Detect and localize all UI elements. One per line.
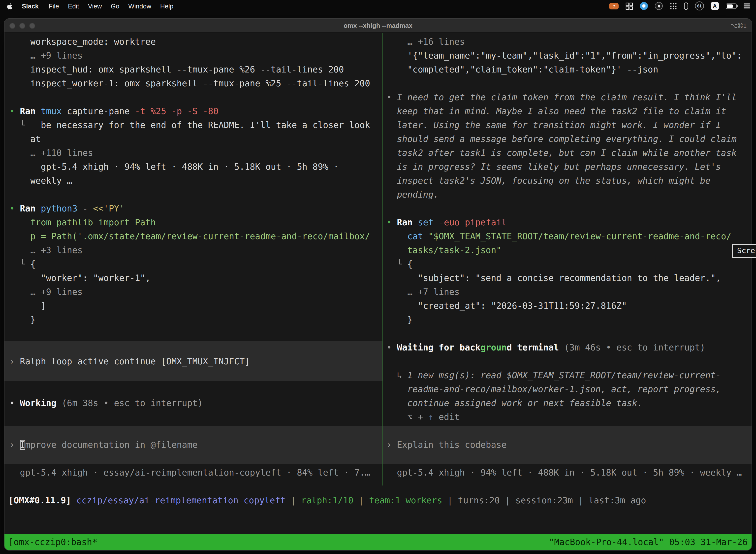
menu-item-go[interactable]: Go <box>107 2 124 10</box>
composer-input[interactable]: › Improve documentation in @filename <box>4 426 382 464</box>
terminal-line: … +16 lines <box>383 35 752 49</box>
blank-line <box>4 90 382 104</box>
zoom-button[interactable] <box>29 22 35 29</box>
text-segment: at <box>9 134 41 144</box>
screen-share-tooltip: Scre <box>732 244 756 258</box>
text-segment: -euo pipefail <box>439 217 507 227</box>
tmux-pane-right[interactable]: … +16 lines '{"team_name":"my-team","tas… <box>383 35 752 486</box>
key-icon[interactable] <box>684 2 688 10</box>
text-segment: | <box>573 495 588 505</box>
menu-item-help[interactable]: Help <box>156 2 178 10</box>
text-segment: … +9 lines <box>9 51 82 61</box>
text-segment: • <box>386 342 397 352</box>
text-segment: "completed","claim_token":"claim-token"}… <box>386 64 658 74</box>
text-segment: gpt-5.4 xhigh · 94% left · 488K in · 5.1… <box>386 467 742 478</box>
text-segment: [OMX#0.11.9] <box>8 495 71 505</box>
list-icon[interactable] <box>744 3 750 8</box>
blank-line <box>383 354 752 368</box>
tmux-status-bar: [omx-cczip0:bash* "MacBook-Pro-44.local"… <box>4 534 752 550</box>
menu-item-window[interactable]: Window <box>124 2 156 10</box>
text-segment: › <box>386 440 397 450</box>
text-segment: d terminal <box>507 342 564 352</box>
text-segment: … +7 lines <box>386 287 460 297</box>
terminal-line: • I need to get the claim token from the… <box>383 90 752 104</box>
terminal-content: workspace_mode: worktree … +9 lines insp… <box>4 33 752 486</box>
app-icon-blue[interactable] <box>640 2 648 10</box>
desktop: Slack FileEditViewGoWindowHelp 61 A <box>0 0 756 554</box>
text-segment: • <box>9 204 20 214</box>
menu-items: FileEditViewGoWindowHelp <box>44 2 178 10</box>
apple-menu-icon[interactable] <box>6 2 13 10</box>
text-segment: be necessary for the end of the README. … <box>41 120 370 130</box>
terminal-line: └ be necessary for the end of the README… <box>4 118 382 132</box>
tmux-session-label: [omx-cczip0:bash* <box>8 537 97 547</box>
text-segment: continue assigned work or next feasible … <box>386 398 643 408</box>
menu-item-view[interactable]: View <box>83 2 107 10</box>
menu-item-edit[interactable]: Edit <box>63 2 83 10</box>
battery-percent-icon[interactable]: 61 <box>695 1 704 10</box>
text-segment: I need to get the claim token from the c… <box>397 92 737 102</box>
terminal-line: • Ran python3 - <<'PY' <box>4 202 382 215</box>
text-segment: gpt-5.4 xhigh · essay/ai-reimplementatio… <box>9 467 370 478</box>
terminal-line: inspect task2's JSON, focusing on the st… <box>383 174 752 188</box>
terminal-line: readme-and-reco/mailbox/worker-1.json, a… <box>383 382 752 396</box>
text-segment: pending. <box>386 189 439 200</box>
text-segment: "subject": "send a concise recommendatio… <box>386 273 721 283</box>
terminal-line: "subject": "send a concise recommendatio… <box>383 271 752 285</box>
text-segment: Waiting for back <box>397 342 481 352</box>
blank-line <box>383 202 752 215</box>
tmux-pane-left[interactable]: workspace_mode: worktree … +9 lines insp… <box>4 35 382 486</box>
terminal-line: later. Using the same for transition mig… <box>383 118 752 132</box>
screen-recording-icon[interactable] <box>609 3 619 9</box>
terminal-line: └ { <box>4 257 382 271</box>
text-segment: … +3 lines <box>9 245 82 255</box>
window-title: omx --xhigh --madmax <box>4 22 752 29</box>
terminal-line: • Ran set -euo pipefail <box>383 215 752 229</box>
text-segment: tasks/task-2.json" <box>386 245 502 255</box>
minimize-button[interactable] <box>19 22 25 29</box>
terminal-line: should send a message before completing … <box>383 132 752 146</box>
blank-line <box>383 76 752 90</box>
record-dot-icon <box>613 5 615 7</box>
ralph-loop-message[interactable]: › Ralph loop active continue [OMX_TMUX_I… <box>4 341 382 381</box>
window-title-bar[interactable]: omx --xhigh --madmax ⌥⌘1 <box>4 19 752 33</box>
text-segment: › <box>9 440 20 450</box>
text-segment: | <box>286 495 301 505</box>
terminal-line: … +9 lines <box>4 285 382 299</box>
app-menu-slack[interactable]: Slack <box>17 2 43 10</box>
text-segment: python3 <box>41 204 82 214</box>
app-icon-dark[interactable] <box>655 2 663 10</box>
close-button[interactable] <box>9 22 15 29</box>
terminal-line: └ { <box>383 257 752 271</box>
assistant-a-icon[interactable]: A <box>711 2 719 10</box>
blank-line <box>4 327 382 341</box>
input-line: › Explain this codebase <box>383 438 752 452</box>
terminal-line: at <box>4 132 382 146</box>
text-segment: └ <box>9 259 30 269</box>
working-status-line: • Working (6m 38s • esc to interrupt) <box>4 396 382 410</box>
battery-icon[interactable] <box>726 3 737 9</box>
text-segment: from pathlib import Path <box>9 217 156 227</box>
text-segment: -t %25 -p -S -80 <box>135 106 218 116</box>
blank-line <box>383 464 752 466</box>
text-segment: • <box>386 217 397 227</box>
text-segment: • <box>9 398 20 408</box>
text-segment: } <box>9 315 36 325</box>
terminal-line: pending. <box>383 188 752 202</box>
traffic-lights <box>4 22 35 29</box>
text-segment: <<'PY' <box>93 204 124 214</box>
text-segment: | <box>354 495 369 505</box>
dots-grid-icon[interactable] <box>670 2 677 10</box>
blank-line <box>4 464 382 466</box>
menu-item-file[interactable]: File <box>44 2 63 10</box>
terminal-line: inspect_worker-1: omx sparkshell --tmux-… <box>4 76 382 90</box>
grid-icon[interactable] <box>626 2 633 10</box>
pane-footer: gpt-5.4 xhigh · 94% left · 488K in · 5.1… <box>383 466 752 480</box>
text-segment: … +9 lines <box>9 287 82 297</box>
composer-input[interactable]: › Explain this codebase <box>383 426 752 464</box>
text-segment: inspect_worker-1: omx sparkshell --tmux-… <box>9 78 370 88</box>
text-segment: (3m 46s • esc to interrupt) <box>564 342 705 352</box>
text-segment: p = Path('.omx/state/team/review-current… <box>9 231 370 241</box>
text-segment: task2 after task1 is complete, but can I… <box>386 148 737 158</box>
text-segment: … +16 lines <box>386 37 465 47</box>
